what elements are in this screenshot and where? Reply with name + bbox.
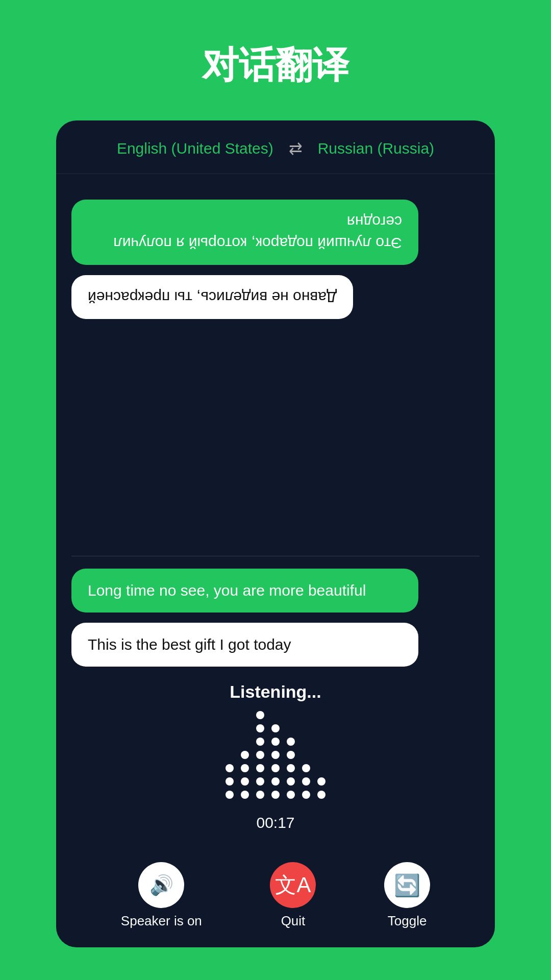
dot — [271, 791, 280, 799]
toggle-button[interactable]: 🔄 Toggle — [384, 862, 430, 929]
speaker-button[interactable]: 🔊 Speaker is on — [121, 862, 202, 929]
main-card: English (United States) ⇄ Russian (Russi… — [56, 120, 495, 947]
listening-section: Listening... — [56, 667, 495, 852]
toggle-label: Toggle — [388, 913, 427, 929]
dot — [241, 791, 249, 799]
wave-col-5 — [287, 738, 295, 799]
dot — [256, 711, 264, 719]
toggle-btn-circle[interactable]: 🔄 — [384, 862, 430, 908]
dot — [241, 777, 249, 786]
dot — [256, 777, 264, 786]
dot — [241, 764, 249, 772]
dot — [226, 791, 234, 799]
dot — [317, 777, 325, 786]
dot — [256, 738, 264, 746]
wave-col-2 — [241, 751, 249, 799]
flipped-message-2: Давно не виделись, ты прекрасней — [71, 275, 353, 319]
dot — [317, 791, 325, 799]
dot — [287, 777, 295, 786]
dot — [256, 791, 264, 799]
dot — [271, 751, 280, 759]
normal-message-2: This is the best gift I got today — [71, 623, 418, 667]
dot — [287, 751, 295, 759]
language-left[interactable]: English (United States) — [117, 140, 273, 157]
flipped-messages: Это лучший подарок, который я получил се… — [71, 189, 480, 556]
dot — [256, 764, 264, 772]
normal-message-1: Long time no see, you are more beautiful — [71, 569, 418, 612]
speaker-icon: 🔊 — [149, 874, 173, 896]
wave-col-7 — [317, 777, 325, 799]
dot — [256, 751, 264, 759]
dot — [241, 751, 249, 759]
dot — [287, 764, 295, 772]
dot — [226, 777, 234, 786]
wave-col-4 — [271, 724, 280, 799]
dot — [271, 764, 280, 772]
timer: 00:17 — [256, 814, 294, 831]
app-title: 对话翻译 — [202, 41, 349, 90]
dot — [226, 764, 234, 772]
dot — [287, 791, 295, 799]
dot — [302, 764, 310, 772]
wave-col-3 — [256, 711, 264, 799]
quit-label: Quit — [281, 913, 306, 929]
translate-icon: 文A — [275, 871, 311, 899]
quit-btn-circle[interactable]: 文A — [270, 862, 316, 908]
listening-label: Listening... — [230, 682, 321, 702]
chat-area: Это лучший подарок, который я получил се… — [56, 174, 495, 667]
dot — [302, 791, 310, 799]
language-right[interactable]: Russian (Russia) — [318, 140, 434, 157]
speaker-btn-circle[interactable]: 🔊 — [138, 862, 184, 908]
language-bar: English (United States) ⇄ Russian (Russi… — [56, 120, 495, 174]
dot — [302, 777, 310, 786]
flipped-message-1: Это лучший подарок, который я получил се… — [71, 200, 418, 265]
dot — [287, 738, 295, 746]
speaker-label: Speaker is on — [121, 913, 202, 929]
quit-button[interactable]: 文A Quit — [270, 862, 316, 929]
dot — [271, 777, 280, 786]
wave-col-6 — [302, 764, 310, 799]
bottom-bar: 🔊 Speaker is on 文A Quit 🔄 Toggle — [56, 852, 495, 947]
normal-messages: Long time no see, you are more beautiful… — [71, 556, 480, 667]
dot — [271, 738, 280, 746]
waveform — [226, 717, 325, 799]
wave-col-1 — [226, 764, 234, 799]
dot — [271, 724, 280, 732]
swap-icon[interactable]: ⇄ — [289, 139, 303, 158]
toggle-icon: 🔄 — [394, 873, 420, 898]
dot — [256, 724, 264, 732]
